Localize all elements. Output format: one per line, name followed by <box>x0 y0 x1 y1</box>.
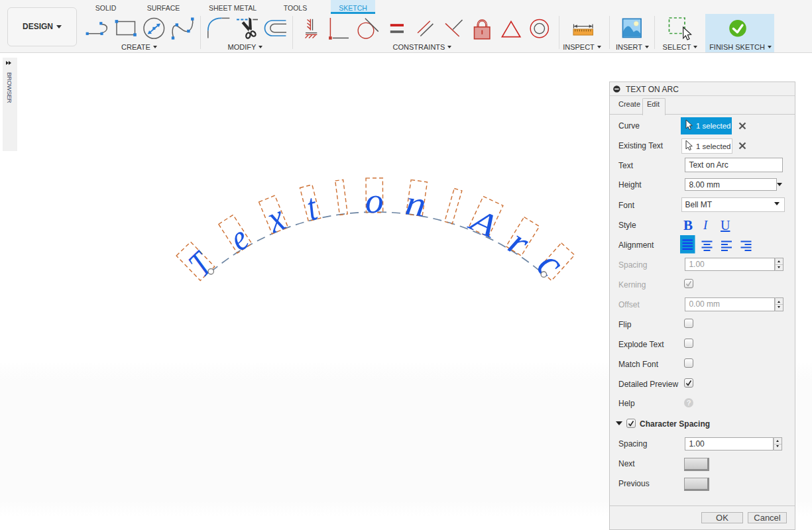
svg-text:A: A <box>464 200 503 244</box>
svg-text:r: r <box>501 220 536 264</box>
svg-text:o: o <box>365 180 384 220</box>
svg-text:T: T <box>181 244 221 284</box>
svg-text:t: t <box>302 186 321 229</box>
svg-text:x: x <box>260 196 290 241</box>
svg-text:n: n <box>403 183 428 224</box>
